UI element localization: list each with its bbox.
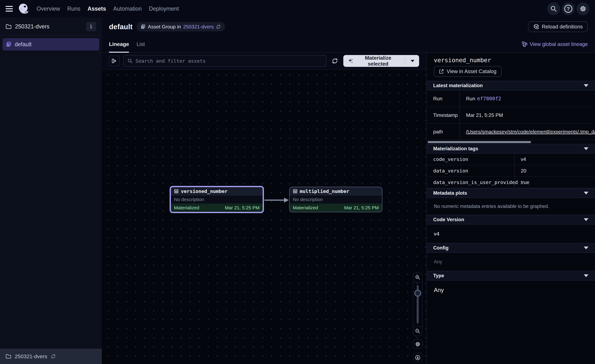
refresh-icon [331, 57, 338, 64]
sidebar-footer-label: 250321-dvers [15, 353, 47, 359]
section-metadata-plots[interactable]: Metadata plots [427, 188, 595, 198]
zoom-slider-thumb[interactable] [414, 290, 421, 297]
asset-group-icon [141, 24, 146, 29]
zoom-in-button[interactable] [413, 273, 422, 282]
lineage-canvas-column: Materialize selected versioned_number [102, 53, 426, 364]
row-label: Timestamp [427, 107, 460, 123]
zoom-controls [413, 273, 422, 362]
panel-asset-title: versioned_number [434, 57, 595, 63]
settings-button[interactable] [577, 2, 589, 15]
main-area: default Asset Group in 250321-dvers [102, 17, 595, 364]
table-icon [293, 189, 298, 194]
asset-search-box [123, 55, 326, 67]
run-id-link[interactable]: ef7800f2 [477, 96, 501, 102]
asset-search-input[interactable] [135, 58, 322, 64]
table-row: Run Run ef7800f2 [427, 91, 595, 107]
search-button[interactable] [547, 2, 560, 15]
asset-node-description: No description [290, 196, 382, 203]
button-divider [405, 57, 405, 65]
sidebar-folder-label: 250321-dvers [15, 23, 50, 30]
expand-panel-icon [111, 58, 117, 64]
folder-icon [6, 354, 11, 359]
status-badge: Materialized [174, 205, 199, 210]
chevron-down-icon [584, 147, 588, 150]
nav-item-runs[interactable]: Runs [67, 6, 80, 12]
help-button[interactable]: ? [562, 2, 575, 15]
download-image-button[interactable] [413, 353, 422, 362]
help-icon: ? [564, 5, 572, 13]
lineage-graph-icon [522, 42, 527, 47]
scrollbar-thumb[interactable] [428, 141, 531, 143]
section-type[interactable]: Type [427, 271, 595, 280]
zoom-out-icon [415, 328, 421, 334]
sidebar-item-label: default [15, 41, 32, 48]
sidebar-folder-row[interactable]: 250321-dvers 1 [0, 17, 102, 36]
timestamp-value: Mar 21, 5:25 PM [460, 107, 595, 123]
nav-item-automation[interactable]: Automation [113, 6, 142, 12]
table-row: data_version_is_user_provided true [427, 177, 595, 188]
sidebar-item-default[interactable]: default [2, 38, 99, 50]
nav-item-overview[interactable]: Overview [36, 6, 60, 12]
asset-node-header: versioned_number [171, 187, 263, 196]
materialization-time: Mar 21, 5:25 PM [344, 205, 379, 210]
nav-item-deployment[interactable]: Deployment [149, 6, 179, 12]
search-icon [550, 5, 557, 12]
table-icon [174, 189, 179, 194]
refresh-icon[interactable] [51, 354, 56, 359]
tab-list[interactable]: List [136, 36, 145, 52]
config-value: Any [427, 253, 595, 271]
top-nav: Overview Runs Assets Automation Deployme… [0, 0, 595, 17]
tag-value: 20 [515, 165, 595, 176]
asset-node-multiplied-number[interactable]: multiplied_number No description Materia… [289, 187, 382, 212]
lineage-toolbar: Materialize selected [102, 53, 426, 70]
collapse-sidebar-button[interactable] [109, 56, 120, 66]
gear-icon [415, 341, 421, 347]
badge-repo-link[interactable]: 250321-dvers [183, 24, 214, 30]
dagster-logo-icon[interactable] [17, 2, 30, 15]
asset-node-description: No description [171, 196, 263, 203]
tag-key: code_version [427, 154, 515, 165]
refresh-graph-button[interactable] [330, 56, 340, 66]
refresh-icon[interactable] [216, 24, 221, 29]
asset-node-name: versioned_number [181, 189, 228, 194]
sidebar-footer: 250321-dvers [0, 349, 102, 364]
asset-node-status-row: Materialized Mar 21, 5:25 PM [290, 203, 382, 212]
sparkle-icon [348, 58, 354, 64]
tag-key: data_version [427, 165, 515, 176]
section-config[interactable]: Config [427, 243, 595, 253]
metadata-plots-empty-text: No numeric metadata entries available to… [427, 198, 595, 215]
nav-item-assets[interactable]: Assets [88, 6, 106, 12]
asset-node-versioned-number[interactable]: versioned_number No description Material… [170, 186, 264, 213]
view-global-lineage-label: View global asset lineage [530, 41, 588, 47]
gear-icon [579, 5, 587, 13]
asset-node-header: multiplied_number [290, 187, 382, 196]
graph-settings-button[interactable] [413, 339, 422, 349]
materialization-time: Mar 21, 5:25 PM [225, 205, 260, 210]
chevron-down-icon [584, 274, 588, 277]
zoom-out-button[interactable] [413, 326, 422, 336]
section-materialization-tags[interactable]: Materialization tags [427, 144, 595, 154]
asset-group-icon [6, 42, 12, 47]
chevron-down-icon [584, 192, 588, 195]
zoom-slider[interactable] [413, 282, 422, 326]
horizontal-scrollbar[interactable] [427, 140, 595, 144]
reload-definitions-button[interactable]: Reload definitions [528, 21, 588, 32]
lineage-edge-arrow [264, 196, 289, 204]
asset-node-status-row: Materialized Mar 21, 5:25 PM [171, 203, 263, 212]
reload-definitions-label: Reload definitions [542, 24, 583, 30]
asset-group-badge: Asset Group in 250321-dvers [137, 22, 225, 31]
lineage-viewport[interactable]: versioned_number No description Material… [102, 70, 426, 364]
chevron-down-icon [584, 218, 588, 221]
materialize-selected-button[interactable]: Materialize selected [343, 55, 419, 67]
path-link[interactable]: /Users/smackesey/stm/code/elementl/exper… [466, 129, 595, 135]
section-code-version[interactable]: Code Version [427, 215, 595, 224]
view-global-lineage-link[interactable]: View global asset lineage [522, 41, 588, 47]
external-link-icon [439, 69, 444, 74]
asset-node-name: multiplied_number [300, 189, 349, 194]
section-latest-materialization[interactable]: Latest materialization [427, 81, 595, 91]
chevron-down-icon[interactable] [411, 60, 414, 62]
tag-key: data_version_is_user_provided [427, 177, 515, 188]
view-in-asset-catalog-button[interactable]: View in Asset Catalog [434, 66, 502, 77]
hamburger-menu-icon[interactable] [6, 6, 13, 12]
tab-lineage[interactable]: Lineage [109, 36, 129, 52]
